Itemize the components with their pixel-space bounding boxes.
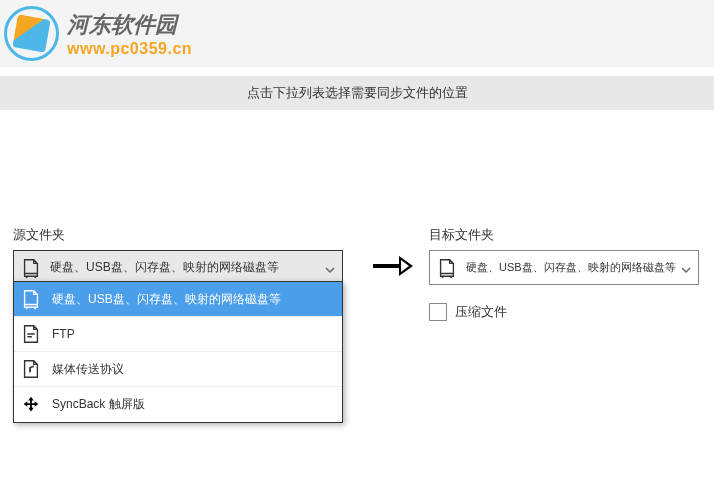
dropdown-option-ftp[interactable]: FTP [14,317,342,352]
brand-url: www.pc0359.cn [67,40,192,58]
drive-icon [20,288,42,310]
dropdown-option-label: 硬盘、USB盘、闪存盘、映射的网络磁盘等 [52,291,281,308]
chevron-down-icon [324,262,336,274]
instruction-text: 点击下拉列表选择需要同步文件的位置 [0,76,714,110]
source-folder-section: 源文件夹 硬盘、USB盘、闪存盘、映射的网络磁盘等 [13,226,343,285]
brand-logo [4,6,59,61]
dropdown-option-drives[interactable]: 硬盘、USB盘、闪存盘、映射的网络磁盘等 [14,282,342,317]
dropdown-option-label: 媒体传送协议 [52,361,124,378]
arrow-right-icon [371,254,415,278]
dropdown-option-label: SyncBack 触屏版 [52,396,145,413]
target-folder-combobox[interactable]: 硬盘、USB盘、闪存盘、映射的网络磁盘等 [429,250,699,285]
media-icon [20,358,42,380]
target-selected-text: 硬盘、USB盘、闪存盘、映射的网络磁盘等 [466,260,680,275]
drive-icon [20,257,42,279]
ftp-icon [20,323,42,345]
watermark-header: 河东软件园 www.pc0359.cn [0,0,714,67]
drive-icon [436,257,458,279]
source-folder-label: 源文件夹 [13,226,343,244]
brand-text: 河东软件园 www.pc0359.cn [67,10,192,58]
chevron-down-icon [680,262,692,274]
source-dropdown-list: 硬盘、USB盘、闪存盘、映射的网络磁盘等 FTP 媒体传送协议 SyncBack… [13,281,343,423]
source-folder-combobox[interactable]: 硬盘、USB盘、闪存盘、映射的网络磁盘等 [13,250,343,285]
compress-checkbox-label: 压缩文件 [455,303,507,321]
dropdown-option-label: FTP [52,327,75,341]
compress-checkbox-row: 压缩文件 [429,303,507,321]
brand-name-cn: 河东软件园 [67,10,192,40]
compress-checkbox[interactable] [429,303,447,321]
dropdown-option-media[interactable]: 媒体传送协议 [14,352,342,387]
syncback-icon [20,394,42,416]
target-folder-section: 目标文件夹 硬盘、USB盘、闪存盘、映射的网络磁盘等 [429,226,699,285]
dropdown-option-syncback[interactable]: SyncBack 触屏版 [14,387,342,422]
source-selected-text: 硬盘、USB盘、闪存盘、映射的网络磁盘等 [50,259,324,276]
target-folder-label: 目标文件夹 [429,226,699,244]
